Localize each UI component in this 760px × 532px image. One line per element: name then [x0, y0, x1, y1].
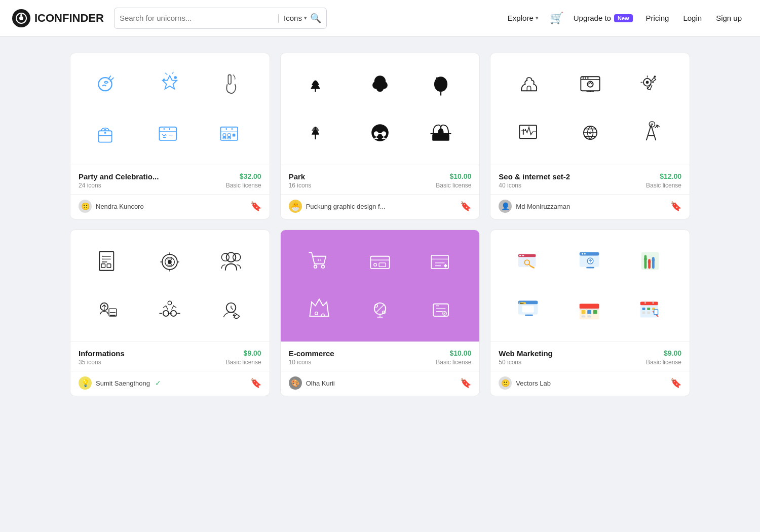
card-webmarketing-preview: New: [490, 230, 690, 341]
svg-point-19: [376, 84, 384, 92]
author-name[interactable]: Vectors Lab: [516, 379, 551, 387]
icon-cell: [141, 63, 198, 107]
icon-cell: [202, 111, 259, 155]
author-info: 🐣 Puckung graphic design f...: [289, 200, 386, 213]
card-party-info: Party and Celebratio... $32.00 24 icons …: [70, 165, 270, 194]
icon-cell: [291, 63, 348, 107]
svg-rect-47: [168, 258, 172, 260]
author-name[interactable]: Sumit Saengthong: [96, 379, 150, 387]
login-nav-item[interactable]: Login: [677, 11, 708, 25]
author-name[interactable]: Md Moniruzzaman: [516, 203, 570, 210]
main-content: Party and Celebratio... $32.00 24 icons …: [46, 36, 714, 412]
icons-dropdown[interactable]: Icons ▾: [284, 14, 307, 22]
svg-rect-11: [223, 134, 226, 137]
svg-rect-13: [232, 134, 235, 137]
search-bar: | Icons ▾ 🔍: [114, 8, 327, 29]
svg-rect-105: [581, 316, 585, 318]
icon-cell: New: [501, 288, 557, 331]
logo[interactable]: ICONFINDER: [12, 9, 104, 27]
card-count: 40 icons: [499, 182, 521, 189]
svg-point-60: [321, 265, 324, 269]
author-name[interactable]: Nendra Kuncoro: [96, 203, 144, 210]
icon-cell: [562, 240, 619, 284]
svg-rect-26: [581, 77, 599, 91]
cart-icon[interactable]: 🛒: [547, 9, 566, 28]
search-button[interactable]: 🔍: [310, 13, 321, 24]
icon-cell: [412, 63, 469, 107]
svg-rect-24: [431, 133, 451, 134]
svg-rect-48: [168, 264, 172, 266]
pricing-nav-item[interactable]: Pricing: [640, 11, 675, 25]
author-name[interactable]: Olha Kurii: [306, 379, 335, 387]
card-informations-info: Informations $9.00 35 icons Basic licens…: [70, 341, 270, 371]
upgrade-label: Upgrade to: [574, 14, 611, 22]
author-avatar: 🙂: [499, 376, 512, 390]
svg-point-58: [233, 314, 235, 316]
bookmark-icon[interactable]: 🔖: [460, 201, 471, 212]
search-input[interactable]: [120, 14, 273, 22]
signup-nav-item[interactable]: Sign up: [710, 11, 748, 25]
card-license: Basic license: [436, 182, 471, 189]
svg-point-56: [168, 301, 172, 305]
svg-point-90: [644, 257, 647, 260]
icons-label: Icons: [284, 14, 302, 22]
svg-rect-101: [579, 309, 599, 310]
upgrade-button[interactable]: Upgrade to New: [568, 11, 638, 25]
svg-point-82: [584, 253, 586, 255]
svg-point-62: [374, 263, 377, 267]
explore-chevron-icon: ▾: [536, 15, 539, 21]
svg-rect-87: [644, 255, 647, 269]
svg-point-59: [314, 265, 317, 269]
card-party: Party and Celebratio... $32.00 24 icons …: [70, 53, 270, 219]
card-price: $10.00: [450, 172, 472, 180]
bookmark-icon[interactable]: 🔖: [460, 377, 471, 389]
icon-cell: [141, 111, 198, 155]
card-ecommerce-info: E-commerce $10.00 10 icons Basic license: [281, 341, 480, 371]
svg-point-41: [102, 261, 103, 262]
bookmark-icon[interactable]: 🔖: [670, 201, 681, 212]
svg-point-33: [654, 75, 656, 78]
bookmark-icon[interactable]: 🔖: [250, 377, 261, 389]
card-license: Basic license: [436, 359, 471, 366]
author-avatar: 💡: [79, 376, 92, 390]
card-price: $9.00: [664, 349, 681, 357]
svg-rect-9: [160, 127, 177, 140]
card-title: Seo & internet set-2: [499, 172, 570, 181]
card-count: 16 icons: [289, 182, 312, 189]
svg-point-50: [221, 253, 229, 261]
card-park-author-row: 🐣 Puckung graphic design f... 🔖: [281, 194, 480, 219]
icon-cell: [412, 240, 469, 284]
icon-cell: [412, 111, 469, 155]
author-avatar: 🐣: [289, 200, 302, 213]
card-ecommerce: E-commerce $10.00 10 icons Basic license…: [280, 230, 480, 396]
svg-text:New: New: [520, 302, 524, 305]
logo-icon: [12, 9, 30, 27]
author-info: 🙂 Nendra Kuncoro: [79, 200, 144, 213]
icon-cell: [501, 111, 557, 155]
author-info: 👤 Md Moniruzzaman: [499, 200, 570, 213]
explore-nav-item[interactable]: Explore ▾: [502, 11, 545, 25]
card-price: $9.00: [244, 349, 261, 357]
icon-cell: [81, 63, 137, 107]
card-count: 10 icons: [289, 359, 312, 366]
icon-cell: [202, 288, 259, 331]
svg-point-40: [102, 258, 103, 259]
bookmark-icon[interactable]: 🔖: [670, 377, 681, 389]
card-seo: Seo & internet set-2 $12.00 40 icons Bas…: [490, 53, 690, 219]
icon-cell: [412, 288, 469, 331]
main-nav: Explore ▾ 🛒 Upgrade to New Pricing Login…: [502, 9, 748, 28]
author-name[interactable]: Puckung graphic design f...: [306, 203, 386, 210]
svg-rect-100: [579, 303, 599, 309]
verified-badge: ✓: [155, 379, 161, 387]
bookmark-icon[interactable]: 🔖: [250, 201, 261, 212]
search-separator: |: [277, 13, 280, 23]
svg-rect-25: [432, 134, 449, 141]
icon-cell: [81, 288, 137, 331]
svg-point-29: [587, 78, 589, 79]
card-price: $32.00: [240, 172, 261, 180]
svg-rect-104: [593, 310, 597, 314]
svg-point-8: [104, 132, 106, 134]
svg-rect-63: [379, 263, 386, 267]
svg-rect-98: [522, 306, 534, 313]
author-avatar: 👤: [499, 200, 512, 213]
